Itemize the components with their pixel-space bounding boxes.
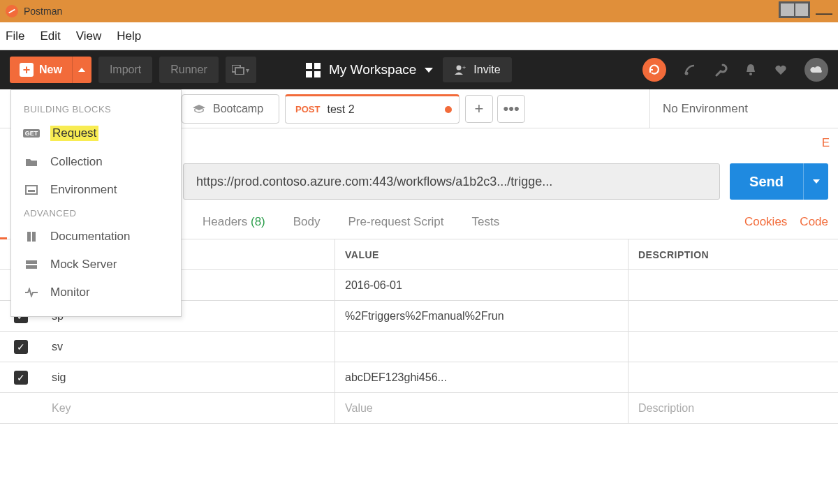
wrench-icon[interactable] (714, 63, 728, 77)
menu-item-request[interactable]: GET Request (11, 119, 181, 148)
menu-item-monitor-label: Monitor (50, 286, 90, 299)
menu-section-building: BUILDING BLOCKS (11, 100, 181, 119)
row-checkbox[interactable]: ✓ (14, 371, 28, 385)
menu-item-collection-label: Collection (50, 155, 103, 169)
menu-item-mockserver-label: Mock Server (50, 258, 117, 272)
sync-button[interactable] (642, 58, 666, 82)
workspace-label: My Workspace (329, 62, 416, 77)
heart-icon[interactable] (774, 64, 788, 76)
new-window-button[interactable]: ▾ (226, 57, 256, 83)
param-desc-cell[interactable] (628, 362, 838, 392)
new-button[interactable]: + New (10, 57, 72, 83)
examples-link[interactable]: E (822, 136, 830, 150)
tab-bootcamp-label: Bootcamp (213, 103, 263, 115)
svg-rect-1 (235, 68, 244, 75)
server-icon (24, 260, 39, 269)
account-button[interactable] (804, 58, 828, 82)
new-tab-button[interactable]: + (465, 95, 493, 123)
param-value-cell[interactable] (335, 332, 628, 362)
subtab-prerequest[interactable]: Pre-request Script (348, 215, 444, 229)
param-desc-cell[interactable] (628, 332, 838, 362)
new-button-label: New (39, 64, 62, 76)
param-value-cell[interactable]: abcDEF123ghi456... (335, 362, 628, 392)
cookies-link[interactable]: Cookies (744, 215, 787, 229)
active-tab-indicator (0, 237, 7, 239)
menu-help[interactable]: Help (117, 29, 141, 43)
chevron-down-icon (425, 68, 433, 73)
svg-rect-10 (26, 260, 37, 264)
environment-label: No Environment (663, 102, 748, 116)
param-key-cell[interactable]: sv (42, 332, 335, 362)
workspace-selector[interactable]: My Workspace (306, 62, 433, 77)
menu-view[interactable]: View (76, 29, 102, 43)
menu-edit[interactable]: Edit (40, 29, 60, 43)
main-toolbar: + New Import Runner ▾ My Workspace + Inv… (0, 50, 838, 89)
folder-icon (24, 157, 39, 167)
params-header-value: VALUE (335, 239, 628, 269)
tab-options-button[interactable]: ••• (497, 95, 525, 123)
url-text: https://prod.contoso.azure.com:443/workf… (196, 175, 552, 189)
table-row-new: Key Value Description (0, 393, 838, 424)
table-row: ✓ sv (0, 332, 838, 362)
unsaved-dot-icon (445, 106, 452, 113)
menubar: File Edit View Help (0, 22, 838, 50)
row-checkbox[interactable]: ✓ (14, 340, 28, 354)
menu-item-collection[interactable]: Collection (11, 148, 181, 176)
tab-method-badge: POST (295, 104, 320, 114)
param-value-cell[interactable]: %2Ftriggers%2Fmanual%2Frun (335, 301, 628, 331)
param-value-input[interactable]: Value (335, 393, 628, 423)
tab-test2[interactable]: POST test 2 (285, 94, 460, 124)
menu-item-mockserver[interactable]: Mock Server (11, 251, 181, 279)
param-key-input[interactable]: Key (42, 393, 335, 423)
subtab-headers[interactable]: Headers (8) (203, 215, 265, 229)
menu-item-documentation[interactable]: Documentation (11, 223, 181, 251)
menu-file[interactable]: File (6, 29, 24, 43)
cloud-icon (809, 65, 823, 75)
subtab-body[interactable]: Body (293, 215, 321, 229)
param-value-cell[interactable]: 2016-06-01 (335, 270, 628, 300)
windows-icon (232, 65, 244, 75)
param-desc-input[interactable]: Description (628, 393, 838, 423)
svg-rect-8 (27, 232, 31, 242)
documentation-icon (24, 231, 39, 242)
invite-button[interactable]: + Invite (443, 57, 511, 82)
svg-point-5 (749, 73, 752, 75)
menu-item-environment[interactable]: Environment (11, 176, 181, 204)
params-header-desc: DESCRIPTION (628, 239, 838, 269)
svg-rect-7 (28, 190, 35, 192)
url-input[interactable]: https://prod.contoso.azure.com:443/workf… (183, 163, 720, 200)
app-title: Postman (24, 6, 62, 17)
param-desc-cell[interactable] (628, 270, 838, 300)
environment-selector[interactable]: No Environment (649, 89, 838, 128)
code-link[interactable]: Code (800, 215, 828, 229)
svg-rect-9 (32, 232, 36, 242)
import-button[interactable]: Import (98, 57, 152, 83)
send-button-group: Send (730, 163, 828, 200)
menu-item-documentation-label: Documentation (50, 230, 130, 244)
tab-bootcamp[interactable]: Bootcamp (182, 94, 279, 124)
invite-label: Invite (473, 64, 500, 76)
send-dropdown[interactable] (803, 163, 828, 200)
app-icon (6, 5, 18, 17)
bell-icon[interactable] (744, 63, 757, 77)
menu-item-environment-label: Environment (50, 183, 117, 197)
new-button-group: + New (10, 57, 91, 83)
monitor-icon (24, 288, 39, 297)
plus-icon: + (20, 63, 34, 77)
satellite-icon[interactable] (683, 63, 697, 77)
new-button-dropdown[interactable] (72, 57, 91, 83)
svg-point-2 (457, 66, 462, 71)
person-add-icon: + (454, 64, 466, 75)
subtab-tests[interactable]: Tests (472, 215, 500, 229)
send-button[interactable]: Send (730, 163, 803, 200)
menu-item-request-label: Request (50, 126, 98, 141)
menu-item-monitor[interactable]: Monitor (11, 279, 181, 306)
window-layout-icon[interactable] (779, 1, 810, 18)
param-key-cell[interactable]: sig (42, 362, 335, 392)
window-minimize-button[interactable]: — (816, 3, 832, 16)
runner-button[interactable]: Runner (159, 57, 218, 83)
grid-icon (306, 63, 321, 77)
svg-point-4 (685, 72, 689, 75)
param-desc-cell[interactable] (628, 301, 838, 331)
graduation-icon (192, 104, 206, 114)
